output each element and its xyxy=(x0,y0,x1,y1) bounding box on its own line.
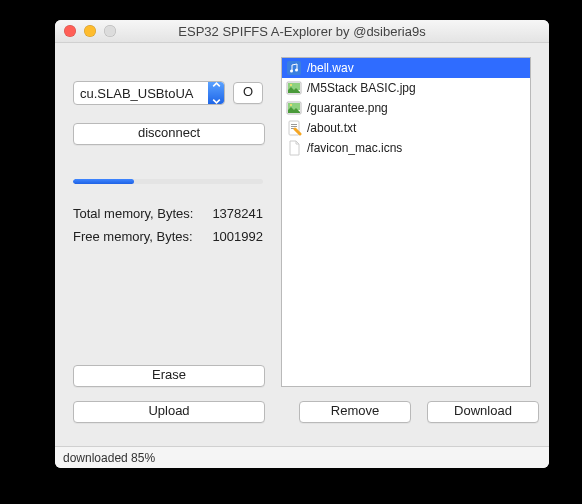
memory-stats: Total memory, Bytes: 1378241 Free memory… xyxy=(73,206,263,252)
right-panel: /bell.wav/M5Stack BASIC.jpg/guarantee.pn… xyxy=(281,57,531,387)
chevron-updown-icon xyxy=(208,82,224,104)
free-memory-label: Free memory, Bytes: xyxy=(73,229,193,244)
total-memory-value: 1378241 xyxy=(212,206,263,221)
memory-progress-fill xyxy=(73,179,134,184)
svg-point-2 xyxy=(295,69,298,72)
app-window: ESP32 SPIFFS A-Explorer by @dsiberia9s c… xyxy=(55,20,549,468)
file-name: /M5Stack BASIC.jpg xyxy=(307,81,416,95)
close-icon[interactable] xyxy=(64,25,76,37)
erase-button[interactable]: Erase xyxy=(73,365,265,387)
svg-point-5 xyxy=(290,84,292,86)
port-select-value: cu.SLAB_USBtoUA xyxy=(74,86,208,101)
svg-rect-10 xyxy=(291,124,297,125)
image-icon xyxy=(286,80,302,96)
minimize-icon[interactable] xyxy=(84,25,96,37)
status-text: downloaded 85% xyxy=(63,451,155,465)
file-name: /bell.wav xyxy=(307,61,354,75)
download-button[interactable]: Download xyxy=(427,401,539,423)
left-panel: cu.SLAB_USBtoUA O disconnect xyxy=(73,57,263,387)
refresh-ports-button[interactable]: O xyxy=(233,82,263,104)
svg-point-1 xyxy=(290,70,293,73)
port-select[interactable]: cu.SLAB_USBtoUA xyxy=(73,81,225,105)
file-row[interactable]: /guarantee.png xyxy=(282,98,530,118)
text-icon xyxy=(286,120,302,136)
memory-progress xyxy=(73,179,263,184)
file-row[interactable]: /favicon_mac.icns xyxy=(282,138,530,158)
window-controls xyxy=(64,25,116,37)
file-name: /about.txt xyxy=(307,121,356,135)
status-bar: downloaded 85% xyxy=(55,446,549,468)
total-memory-label: Total memory, Bytes: xyxy=(73,206,193,221)
file-row[interactable]: /M5Stack BASIC.jpg xyxy=(282,78,530,98)
window-body: cu.SLAB_USBtoUA O disconnect xyxy=(55,43,549,446)
titlebar: ESP32 SPIFFS A-Explorer by @dsiberia9s xyxy=(55,20,549,43)
disconnect-button[interactable]: disconnect xyxy=(73,123,265,145)
svg-rect-11 xyxy=(291,126,297,127)
free-memory-value: 1001992 xyxy=(212,229,263,244)
remove-button[interactable]: Remove xyxy=(299,401,411,423)
file-name: /favicon_mac.icns xyxy=(307,141,402,155)
audio-icon xyxy=(286,60,302,76)
bottom-toolbar: Upload Remove Download xyxy=(73,401,531,423)
svg-point-8 xyxy=(290,104,292,106)
window-title: ESP32 SPIFFS A-Explorer by @dsiberia9s xyxy=(55,24,549,39)
file-row[interactable]: /bell.wav xyxy=(282,58,530,78)
file-row[interactable]: /about.txt xyxy=(282,118,530,138)
file-name: /guarantee.png xyxy=(307,101,388,115)
image-icon xyxy=(286,100,302,116)
generic-icon xyxy=(286,140,302,156)
zoom-icon[interactable] xyxy=(104,25,116,37)
svg-rect-0 xyxy=(287,61,301,75)
upload-button[interactable]: Upload xyxy=(73,401,265,423)
file-list[interactable]: /bell.wav/M5Stack BASIC.jpg/guarantee.pn… xyxy=(281,57,531,387)
